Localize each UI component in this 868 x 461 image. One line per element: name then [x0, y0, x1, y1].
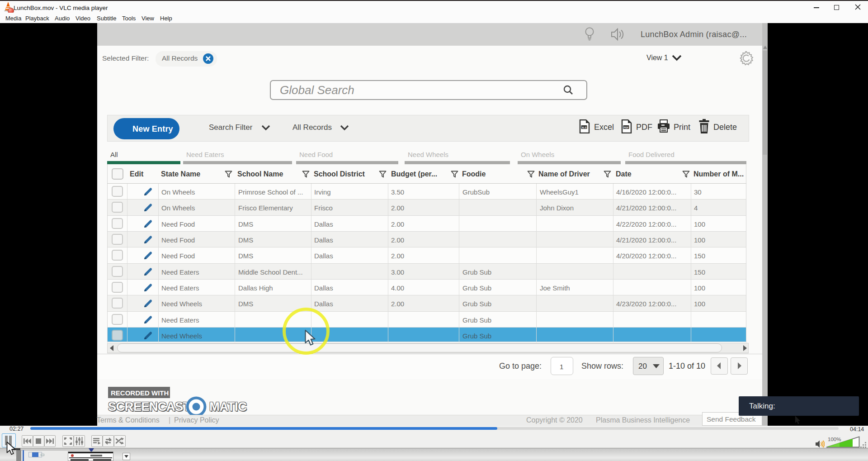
- svg-text:PDF: PDF: [624, 126, 629, 129]
- svg-text:XLS: XLS: [582, 126, 587, 129]
